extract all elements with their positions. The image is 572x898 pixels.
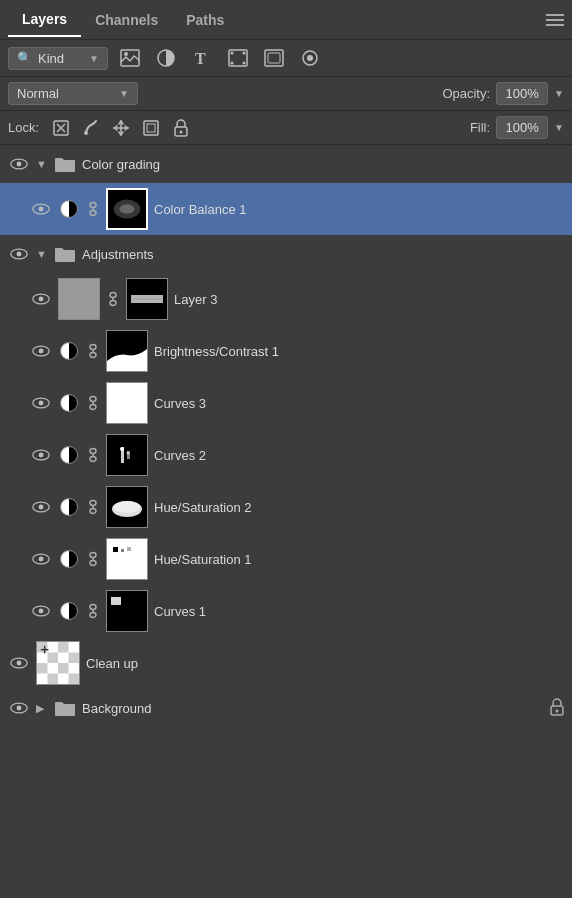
svg-point-67 xyxy=(90,553,96,558)
opacity-arrow-icon[interactable]: ▼ xyxy=(554,88,564,99)
opacity-label: Opacity: xyxy=(442,86,490,101)
blend-mode-arrow-icon: ▼ xyxy=(119,88,129,99)
chain-hue-1-icon[interactable] xyxy=(86,551,100,567)
chain-curves-1-icon[interactable] xyxy=(86,603,100,619)
visibility-color-grading-icon[interactable] xyxy=(8,153,30,175)
group-adjustments[interactable]: ▼ Adjustments xyxy=(0,235,572,273)
layer-curves-2[interactable]: Curves 2 xyxy=(0,429,572,481)
svg-rect-17 xyxy=(144,121,158,135)
visibility-brightness-1-icon[interactable] xyxy=(30,340,52,362)
layer-layer-3[interactable]: Layer 3 xyxy=(0,273,572,325)
expand-adjustments-icon[interactable]: ▼ xyxy=(36,248,48,260)
adj-icon-brightness-1 xyxy=(58,340,80,362)
svg-point-95 xyxy=(556,709,559,712)
visibility-curves-3-icon[interactable] xyxy=(30,392,52,414)
svg-point-56 xyxy=(120,447,124,451)
opacity-section: Opacity: 100% ▼ xyxy=(442,82,564,105)
filter-image-icon[interactable] xyxy=(116,46,144,70)
svg-point-47 xyxy=(90,405,96,410)
adj-icon-curves-3 xyxy=(58,392,80,414)
svg-point-1 xyxy=(124,52,128,56)
group-color-grading[interactable]: ▼ Color grading xyxy=(0,145,572,183)
visibility-hue-1-icon[interactable] xyxy=(30,548,52,570)
lock-pixels-icon[interactable] xyxy=(49,117,73,139)
filter-type-icon[interactable]: T xyxy=(188,46,216,70)
svg-point-76 xyxy=(90,613,96,618)
visibility-clean-up-icon[interactable] xyxy=(8,652,30,674)
svg-point-74 xyxy=(39,609,44,614)
layer-curves-3[interactable]: Curves 3 xyxy=(0,377,572,429)
layer-clean-up[interactable]: Clean up xyxy=(0,637,572,689)
lock-paint-icon[interactable] xyxy=(79,117,103,139)
visibility-layer-3-icon[interactable] xyxy=(30,288,52,310)
fill-arrow-icon[interactable]: ▼ xyxy=(554,122,564,133)
thumb-layer-3-mask xyxy=(126,278,168,320)
svg-point-41 xyxy=(90,345,96,350)
visibility-curves-1-icon[interactable] xyxy=(30,600,52,622)
visibility-adjustments-icon[interactable] xyxy=(8,243,30,265)
visibility-hue-2-icon[interactable] xyxy=(30,496,52,518)
visibility-curves-2-icon[interactable] xyxy=(30,444,52,466)
thumb-layer-3 xyxy=(58,278,100,320)
layer-hue-saturation-2[interactable]: Hue/Saturation 2 xyxy=(0,481,572,533)
fill-section: Fill: 100% ▼ xyxy=(470,116,564,139)
svg-rect-88 xyxy=(48,674,59,685)
chain-curves-2-icon[interactable] xyxy=(86,447,100,463)
filter-smart-icon[interactable] xyxy=(260,46,288,70)
filter-pixel-icon[interactable] xyxy=(296,46,324,70)
adj-icon-hue-1 xyxy=(58,548,80,570)
search-icon: 🔍 xyxy=(17,51,32,65)
svg-rect-70 xyxy=(113,547,118,552)
adj-icon-color-balance-1 xyxy=(58,198,80,220)
tab-layers[interactable]: Layers xyxy=(8,3,81,37)
svg-point-40 xyxy=(39,349,44,354)
svg-point-24 xyxy=(39,207,44,212)
svg-point-33 xyxy=(39,297,44,302)
lock-all-icon[interactable] xyxy=(169,117,193,139)
svg-point-6 xyxy=(243,52,246,55)
blend-mode-dropdown[interactable]: Normal ▼ xyxy=(8,82,138,105)
lock-move-icon[interactable] xyxy=(109,117,133,139)
expand-color-grading-icon[interactable]: ▼ xyxy=(36,158,48,170)
chain-brightness-1-icon[interactable] xyxy=(86,343,100,359)
svg-point-20 xyxy=(180,130,183,133)
adj-icon-hue-2 xyxy=(58,496,80,518)
svg-point-8 xyxy=(231,62,234,65)
tabs-bar: Layers Channels Paths xyxy=(0,0,572,40)
panel-menu-icon[interactable] xyxy=(546,14,564,26)
thumb-brightness-1 xyxy=(106,330,148,372)
chain-curves-3-icon[interactable] xyxy=(86,395,100,411)
svg-text:T: T xyxy=(195,50,206,67)
chain-hue-2-icon[interactable] xyxy=(86,499,100,515)
tab-paths[interactable]: Paths xyxy=(172,4,238,36)
visibility-background-icon[interactable] xyxy=(8,697,30,719)
layers-list: ▼ Color grading Color Balance 1 ▼ xyxy=(0,145,572,727)
layer-color-balance-1[interactable]: Color Balance 1 xyxy=(0,183,572,235)
layer-curves-1[interactable]: Curves 1 xyxy=(0,585,572,637)
kind-dropdown[interactable]: 🔍 Kind ▼ xyxy=(8,47,108,70)
group-background[interactable]: ▶ Background xyxy=(0,689,572,727)
svg-rect-83 xyxy=(58,642,69,653)
fill-value[interactable]: 100% xyxy=(496,116,548,139)
svg-point-7 xyxy=(243,62,246,65)
layer-brightness-contrast-1[interactable]: Brightness/Contrast 1 xyxy=(0,325,572,377)
group-color-grading-label: Color grading xyxy=(82,157,160,172)
layer-hue-saturation-1[interactable]: Hue/Saturation 1 xyxy=(0,533,572,585)
lock-artboard-icon[interactable] xyxy=(139,117,163,139)
svg-rect-18 xyxy=(147,124,155,132)
svg-point-42 xyxy=(90,353,96,358)
filter-shape-icon[interactable] xyxy=(224,46,252,70)
filter-toolbar: 🔍 Kind ▼ T xyxy=(0,40,572,77)
svg-point-68 xyxy=(90,561,96,566)
svg-point-5 xyxy=(231,52,234,55)
svg-point-31 xyxy=(17,252,22,257)
svg-point-50 xyxy=(39,453,44,458)
chain-layer-3-icon[interactable] xyxy=(106,291,120,307)
tab-channels[interactable]: Channels xyxy=(81,4,172,36)
chain-color-balance-1-icon[interactable] xyxy=(86,201,100,217)
opacity-value[interactable]: 100% xyxy=(496,82,548,105)
visibility-color-balance-1-icon[interactable] xyxy=(30,198,52,220)
expand-background-icon[interactable]: ▶ xyxy=(36,702,48,715)
layer-clean-up-label: Clean up xyxy=(86,656,564,671)
filter-adjustment-icon[interactable] xyxy=(152,46,180,70)
